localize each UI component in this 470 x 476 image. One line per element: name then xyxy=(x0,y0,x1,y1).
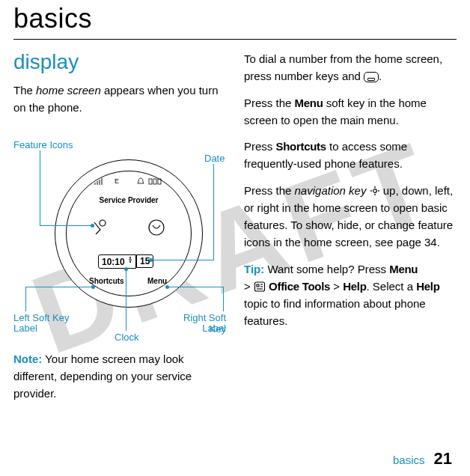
p5-menu: Menu xyxy=(389,263,418,275)
p4-ital: navigation key xyxy=(295,184,367,197)
bell-icon xyxy=(137,177,144,186)
left-column: display The home screen appears when you… xyxy=(13,50,223,411)
tip-label: Tip: xyxy=(244,263,264,275)
title-rule xyxy=(13,39,457,40)
line-feature-v xyxy=(40,150,40,225)
footer-section: basics xyxy=(393,454,425,466)
line-date-h xyxy=(150,260,214,260)
p-tip: Tip: Want some help? Press Menu > Office… xyxy=(244,260,454,330)
line-lsk-v xyxy=(25,287,26,311)
p5-help2: Help xyxy=(416,280,439,293)
svg-point-12 xyxy=(373,189,376,192)
p5-help1: Help xyxy=(343,280,366,293)
p4-before: Press the xyxy=(244,184,295,197)
intro-italic: home screen xyxy=(36,84,101,97)
line-feature-h xyxy=(40,225,92,226)
line-date-v xyxy=(213,164,214,260)
send-key-icon xyxy=(364,72,379,82)
line-rsk-v xyxy=(223,287,224,311)
label-clock: Clock xyxy=(115,332,139,344)
soft-key-shortcuts: Shortcuts xyxy=(89,277,124,285)
svg-point-11 xyxy=(129,261,131,263)
footer-page-number: 21 xyxy=(434,449,452,469)
shortcut-icon-left xyxy=(90,218,109,241)
two-column-layout: display The home screen appears when you… xyxy=(13,50,457,411)
label-lsk-2: Label xyxy=(13,323,37,335)
end-feature xyxy=(91,224,94,228)
svg-point-15 xyxy=(370,190,372,192)
p5-c: > xyxy=(330,280,343,293)
svg-point-8 xyxy=(149,220,164,235)
svg-rect-5 xyxy=(153,179,156,184)
svg-rect-6 xyxy=(158,179,161,184)
line-lsk-h xyxy=(25,287,93,287)
line-clock-v xyxy=(126,269,126,331)
signal-icon xyxy=(94,177,113,186)
end-date xyxy=(149,258,153,262)
office-tools-icon xyxy=(254,280,266,292)
svg-rect-18 xyxy=(257,284,259,287)
p1-after: . xyxy=(379,70,382,82)
intro-paragraph: The home screen appears when you turn on… xyxy=(13,82,223,117)
clock-indicator-icon xyxy=(126,258,132,265)
home-screen-diagram: E Service Provider xyxy=(13,126,223,343)
p3-before: Press xyxy=(244,140,276,153)
svg-point-7 xyxy=(100,220,106,226)
p-nav: Press the navigation key up, down, left,… xyxy=(244,182,454,251)
soft-key-menu: Menu xyxy=(147,277,167,285)
end-lsk xyxy=(91,285,95,289)
p5-a: Want some help? Press xyxy=(264,263,389,275)
line-rsk-h xyxy=(167,287,224,287)
network-icon: E xyxy=(115,177,119,186)
svg-rect-4 xyxy=(149,179,152,184)
p1-before: To dial a number from the home screen, p… xyxy=(244,52,442,82)
svg-point-10 xyxy=(129,258,132,260)
note-label: Note: xyxy=(13,353,42,365)
page-footer: basics 21 xyxy=(393,449,452,469)
phone-inner-circle xyxy=(66,171,192,296)
p3-shortcuts: Shortcuts xyxy=(276,140,326,153)
label-rsk-2: Label xyxy=(166,323,226,335)
clock-display: 10:10 xyxy=(98,254,136,269)
status-icons-right xyxy=(137,177,162,186)
end-clock xyxy=(124,267,128,271)
svg-point-9 xyxy=(129,257,131,258)
clock-value: 10:10 xyxy=(102,257,125,267)
intro-before: The xyxy=(13,84,36,97)
p5-office: Office Tools xyxy=(269,280,330,293)
page-title: basics xyxy=(13,3,457,34)
end-rsk xyxy=(165,285,169,289)
p-dial: To dial a number from the home screen, p… xyxy=(244,50,454,85)
p5-b: > xyxy=(244,280,254,293)
nav-key-icon xyxy=(370,183,380,194)
svg-point-13 xyxy=(374,186,376,188)
svg-point-16 xyxy=(378,190,379,192)
section-heading-display: display xyxy=(13,50,223,74)
p-menu: Press the Menu soft key in the home scre… xyxy=(244,94,454,129)
shortcut-icon-right xyxy=(147,218,166,241)
svg-point-14 xyxy=(374,194,376,195)
label-date: Date xyxy=(204,153,225,165)
service-provider-text: Service Provider xyxy=(55,196,203,204)
note-paragraph: Note: Your home screen may look differen… xyxy=(13,350,223,403)
status-icons-left: E xyxy=(94,177,119,186)
p5-d: . Select a xyxy=(367,280,417,293)
p2-before: Press the xyxy=(244,97,295,109)
label-feature-icons: Feature Icons xyxy=(13,139,73,151)
battery-icon xyxy=(148,177,162,186)
p-shortcuts: Press Shortcuts to access some frequentl… xyxy=(244,138,454,173)
right-column: To dial a number from the home screen, p… xyxy=(244,50,454,411)
p5-e: topic to find information about phone fe… xyxy=(244,297,426,327)
p2-menu: Menu xyxy=(295,97,323,109)
